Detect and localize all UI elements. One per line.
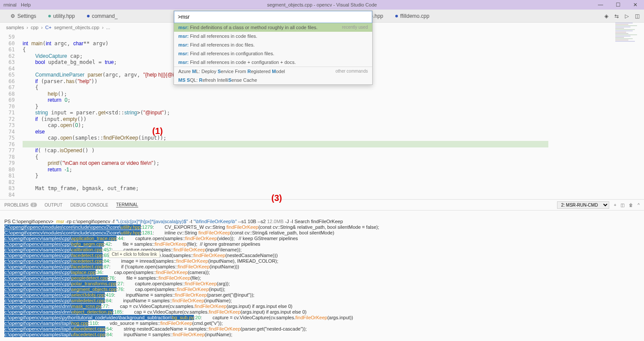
terminal-selector[interactable]: 2: MSR-RUN-CMD: [557, 201, 609, 209]
terminal-result-row[interactable]: c:\opengit\opencv\samples\cpp\facedetect…: [4, 258, 640, 264]
terminal-result-row[interactable]: c:\opengit\opencv\samples\cpp\bgfg_segm.…: [4, 241, 640, 247]
cpp-icon: [395, 15, 398, 17]
tab-terminal[interactable]: TERMINAL: [116, 202, 138, 207]
terminal-result-row[interactable]: c:\opengit\opencv\samples\cpp\segment_ob…: [4, 287, 640, 292]
terminal-result-row[interactable]: c:\opengit\opencv\samples\tapi\hog.cpp:1…: [4, 321, 640, 326]
terminal-result-row[interactable]: c:\opengit\opencv\samples\cpp\peopledete…: [4, 275, 640, 281]
tab-utility[interactable]: utility.hpp: [42, 11, 81, 21]
palette-item[interactable]: msr: Find all references in code files.: [174, 32, 372, 40]
terminal-result-row[interactable]: c:\opengit\opencv\samples\tapi\ufacedete…: [4, 332, 640, 338]
run-icon[interactable]: ▷: [625, 13, 629, 19]
new-terminal-icon[interactable]: +: [614, 203, 616, 207]
cpp-icon: [48, 15, 51, 17]
code-content: int main(int argc, char** argv) { VideoC…: [23, 34, 197, 192]
cpp-icon: [87, 15, 90, 17]
menu-terminal[interactable]: rminal: [3, 2, 17, 7]
maximize-icon[interactable]: ☐: [609, 2, 627, 8]
split-terminal-icon[interactable]: ◫: [621, 203, 624, 207]
palette-item[interactable]: msr: Find definitions of a class or meth…: [174, 23, 372, 32]
gear-icon: ⚙: [10, 13, 15, 19]
tab-problems[interactable]: PROBLEMS2: [4, 203, 37, 207]
terminal-result-row[interactable]: c:\opengit\opencv\samples\cpp\facedetect…: [4, 264, 640, 270]
terminal-result-row[interactable]: c:\opengit\opencv\samples\cpp\calibratio…: [4, 247, 640, 253]
command-input[interactable]: [174, 11, 372, 23]
annotation-1: (1): [152, 126, 163, 136]
window-title: segment_objects.cpp - opencv - Visual St…: [267, 2, 377, 7]
link-tooltip: Ctrl + click to follow link: [109, 251, 160, 258]
palette-item[interactable]: MS SQL: Refresh IntelliSense Cache: [174, 76, 372, 84]
close-icon[interactable]: ✕: [627, 2, 644, 8]
terminal-result-row[interactable]: c:\opengit\opencv\samples\cpp\applicatio…: [4, 236, 640, 241]
terminal-result-row[interactable]: c:\opengit\opencv\samples\dnn\mask_rcnn.…: [4, 304, 640, 309]
command-palette: msr: Find definitions of a class or meth…: [174, 10, 373, 85]
terminal-result-row[interactable]: c:\opengit\opencv\samples\cpp\smiledetec…: [4, 298, 640, 304]
sync-icon[interactable]: ◈: [604, 13, 608, 19]
tab-debug-console[interactable]: DEBUG CONSOLE: [70, 203, 108, 207]
tab-command[interactable]: command_: [81, 11, 123, 21]
chevron-up-icon[interactable]: ^: [637, 203, 640, 207]
trash-icon[interactable]: 🗑: [629, 203, 633, 207]
terminal-result-row[interactable]: C:\opengit\opencv\modules\core\include\o…: [4, 224, 640, 230]
annotation-3: (3): [271, 193, 282, 203]
terminal-output[interactable]: PS C:\opengit\opencv> msr -rp c:\opengit…: [0, 211, 644, 341]
terminal-result-row[interactable]: c:\opengit\opencv\samples\python\tutoria…: [4, 315, 640, 321]
terminal-result-row[interactable]: c:\opengit\opencv\samples\tapi\ufacedete…: [4, 326, 640, 332]
terminal-result-row[interactable]: c:\opengit\opencv\samples\cpp\polar_tran…: [4, 281, 640, 287]
terminal-result-row[interactable]: c:\opengit\opencv\samples\dnn\object_det…: [4, 309, 640, 315]
palette-item[interactable]: Azure ML: Deploy Service From Registered…: [174, 67, 372, 76]
terminal-result-row[interactable]: C:\opengit\opencv\modules\core\include\o…: [4, 230, 640, 236]
minimize-icon[interactable]: —: [592, 2, 609, 8]
palette-item[interactable]: msr: Find all references in code + confi…: [174, 58, 372, 67]
titlebar: rminal Help segment_objects.cpp - opencv…: [0, 0, 644, 10]
compare-icon[interactable]: ⇆: [614, 13, 619, 19]
panel-tabs: PROBLEMS2 OUTPUT DEBUG CONSOLE TERMINAL …: [0, 199, 644, 211]
tab-settings[interactable]: ⚙Settings: [4, 11, 42, 21]
terminal-result-row[interactable]: c:\opengit\opencv\samples\cpp\facedetect…: [4, 253, 640, 258]
palette-item[interactable]: msr: Find all references in configuratio…: [174, 49, 372, 58]
minimap[interactable]: [615, 23, 641, 184]
palette-item[interactable]: msr: Find all references in doc files.: [174, 40, 372, 49]
tab-output[interactable]: OUTPUT: [45, 203, 63, 207]
tab-ffilldemo[interactable]: ffilldemo.cpp: [389, 11, 435, 21]
terminal-result-row[interactable]: c:\opengit\opencv\samples\cpp\laplace.cp…: [4, 270, 640, 275]
menu-help[interactable]: Help: [21, 2, 31, 7]
split-icon[interactable]: ◫: [635, 13, 640, 19]
terminal-result-row[interactable]: c:\opengit\opencv\samples\cpp\select3dob…: [4, 292, 640, 298]
